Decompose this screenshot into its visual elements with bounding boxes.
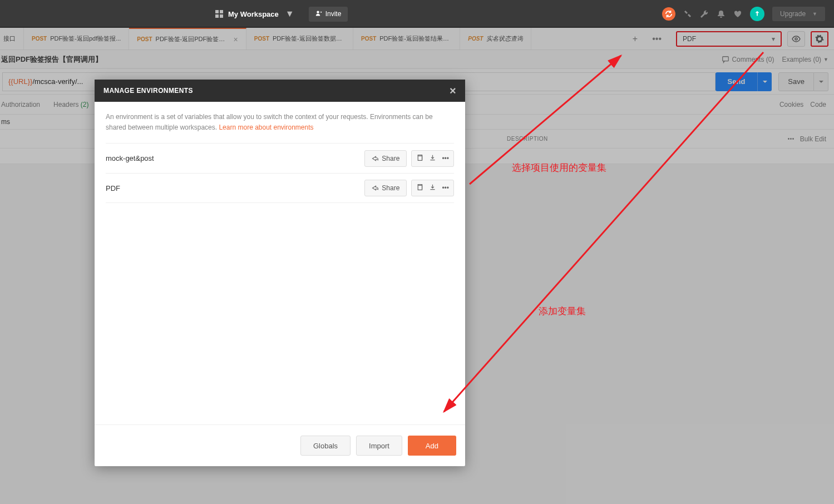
download-icon[interactable] [429, 154, 436, 163]
svg-rect-7 [418, 156, 422, 160]
environment-name: mock-get&post [106, 154, 154, 162]
env-action-group: ••• [411, 150, 454, 167]
environment-row[interactable]: PDF Share ••• [106, 173, 454, 203]
more-icon[interactable]: ••• [442, 155, 449, 162]
tab-bar: 接口 POST PDF验签-返回pdf验签报... POST PDF验签-返回P… [0, 28, 834, 50]
learn-more-link[interactable]: Learn more about environments [219, 123, 313, 131]
url-variable: {{URL}} [8, 77, 32, 86]
copy-icon[interactable] [416, 184, 423, 192]
upgrade-button[interactable]: Upgrade ▼ [772, 7, 825, 21]
avatar[interactable] [750, 7, 764, 21]
bell-icon[interactable] [717, 9, 726, 18]
tab-item[interactable]: POST 实名状态查询 [460, 28, 531, 50]
save-button[interactable]: Save [778, 72, 814, 91]
request-title: 返回PDF验签报告【官网调用】 [0, 55, 102, 65]
add-button[interactable]: Add [408, 436, 456, 456]
comments-link[interactable]: Comments (0) [722, 56, 774, 63]
tab-authorization[interactable]: Authorization [1, 101, 40, 108]
svg-rect-1 [220, 10, 223, 13]
send-button[interactable]: Send [715, 72, 758, 91]
environment-dropdown[interactable]: PDF ▾ [676, 31, 782, 47]
url-path: /mcsca-verify/... [32, 77, 83, 86]
cookies-link[interactable]: Cookies [779, 101, 803, 108]
tab-item[interactable]: POST PDF验签-返回验签数据【... [246, 28, 353, 50]
upgrade-label: Upgrade [780, 10, 806, 18]
add-tab-button[interactable]: + [628, 32, 642, 46]
close-icon[interactable]: × [450, 85, 456, 96]
grid-icon[interactable] [215, 9, 224, 18]
share-button[interactable]: Share [364, 150, 407, 167]
tab-item[interactable]: 接口 [0, 28, 24, 50]
tab-item-active[interactable]: POST PDF验签-返回PDF验签报... × [129, 28, 246, 50]
request-header: 返回PDF验签报告【官网调用】 Comments (0) Examples (0… [0, 50, 834, 69]
code-link[interactable]: Code [810, 101, 826, 108]
more-icon[interactable]: ••• [442, 184, 449, 192]
sync-icon[interactable] [662, 7, 675, 21]
eye-icon[interactable] [787, 31, 805, 47]
modal-description: An environment is a set of variables tha… [106, 112, 454, 133]
share-button[interactable]: Share [364, 180, 407, 196]
save-dropdown[interactable] [814, 72, 828, 91]
modal-header: MANAGE ENVIRONMENTS × [95, 80, 465, 102]
chevron-down-icon: ▼ [823, 57, 828, 62]
chevron-down-icon[interactable]: ▼ [285, 9, 294, 19]
invite-button[interactable]: Invite [309, 7, 348, 22]
svg-rect-6 [723, 56, 729, 61]
tab-item[interactable]: POST PDF验签-返回pdf验签报... [24, 28, 129, 50]
examples-link[interactable]: Examples (0) ▼ [782, 56, 828, 63]
globals-button[interactable]: Globals [300, 436, 351, 456]
copy-icon[interactable] [416, 154, 423, 163]
environment-selected: PDF [683, 35, 696, 43]
download-icon[interactable] [429, 184, 436, 192]
environment-row[interactable]: mock-get&post Share ••• [106, 143, 454, 173]
chevron-down-icon: ▾ [772, 35, 775, 43]
annotation-text: 添加变量集 [539, 305, 586, 318]
person-add-icon [315, 10, 322, 18]
svg-rect-3 [220, 14, 223, 18]
send-dropdown[interactable] [757, 72, 772, 91]
bulk-edit-link[interactable]: Bulk Edit [800, 135, 826, 143]
modal-title: MANAGE ENVIRONMENTS [103, 87, 193, 95]
gear-icon[interactable] [811, 31, 828, 47]
tab-item[interactable]: POST PDF验签-返回验签结果数据 [353, 28, 460, 50]
env-action-group: ••• [411, 180, 454, 196]
wrench-icon[interactable] [700, 9, 709, 18]
topbar: My Workspace ▼ Invite Upgrade ▼ [0, 0, 834, 28]
import-button[interactable]: Import [356, 436, 402, 456]
heart-icon[interactable] [733, 9, 742, 18]
svg-rect-8 [418, 186, 422, 190]
workspace-name[interactable]: My Workspace [228, 10, 279, 18]
chevron-down-icon: ▼ [812, 11, 817, 17]
svg-rect-2 [215, 14, 219, 18]
manage-environments-modal: MANAGE ENVIRONMENTS × An environment is … [95, 80, 465, 466]
modal-footer: Globals Import Add [95, 424, 465, 466]
satellite-icon[interactable] [683, 9, 692, 18]
column-description: DESCRIPTION [504, 136, 788, 142]
invite-label: Invite [325, 10, 342, 18]
environment-name: PDF [106, 184, 120, 192]
more-icon[interactable]: ••• [788, 136, 794, 142]
close-icon[interactable]: × [234, 35, 238, 44]
more-tabs-icon[interactable]: ••• [648, 32, 666, 46]
svg-point-5 [795, 38, 797, 40]
svg-point-4 [317, 11, 319, 13]
tab-headers[interactable]: Headers (2) [53, 101, 88, 108]
svg-rect-0 [215, 10, 219, 13]
